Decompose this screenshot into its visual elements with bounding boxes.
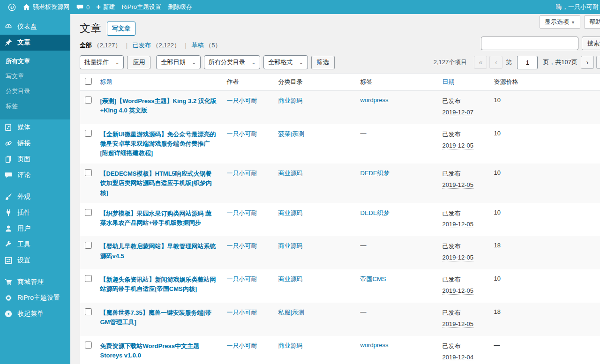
post-title-link[interactable]: 【魔兽世界7.35】魔兽一键安装服务端[带GM管理工具] (100, 309, 212, 326)
author-link[interactable]: 一只小可耐 (227, 342, 257, 349)
submenu-new-post[interactable]: 写文章 (0, 69, 70, 84)
ripro-theme-settings-link[interactable]: RiPro主题设置 (119, 0, 165, 14)
sidebar-item-tools[interactable]: 工具 (0, 237, 70, 253)
post-status: 已发布 (442, 309, 461, 316)
sidebar-item-appearance[interactable]: 外观 (0, 189, 70, 205)
screen-options-button[interactable]: 显示选项▼ (540, 15, 580, 29)
post-title-link[interactable]: 【DEDECMS模板】HTML5响应式火锅餐饮加盟店类网站源码自适应手机版[织梦… (100, 170, 212, 196)
help-button[interactable]: 帮助 (584, 15, 600, 29)
new-content-button[interactable]: + 新建 (93, 0, 118, 14)
sidebar-item-comments[interactable]: 评论 (0, 167, 70, 183)
user-greeting[interactable]: 嗨，一只小可耐 (553, 0, 600, 14)
post-title-link[interactable]: 【婴幼儿早教启蒙网站】早教管理网站系统源码v4.5 (100, 243, 216, 259)
no-tags-dash: — (360, 130, 367, 137)
current-page-input[interactable] (517, 56, 538, 69)
category-link[interactable]: 商业源码 (278, 275, 303, 282)
author-link[interactable]: 一只小可耐 (227, 97, 257, 104)
sidebar-item-shop-manage[interactable]: 商城管理 (0, 274, 70, 290)
pushpin-icon (4, 38, 13, 47)
column-header-tags: 标签 (356, 74, 438, 91)
sidebar-item-plugins[interactable]: 插件 (0, 205, 70, 221)
sidebar-item-media[interactable]: 媒体 (0, 119, 70, 135)
comments-count: 0 (86, 4, 90, 11)
clear-cache-label: 删除缓存 (168, 3, 192, 11)
row-checkbox[interactable] (85, 97, 92, 104)
sidebar-item-ripro-settings[interactable]: RiPro主题设置 (0, 290, 70, 306)
last-page-button[interactable]: » (596, 56, 600, 69)
category-link[interactable]: 私服|亲测 (278, 309, 304, 316)
view-draft-link[interactable]: 草稿 (192, 42, 204, 49)
post-title-link[interactable]: 【新趣头条资讯站】新闻游戏娱乐类整站网站源码带手机自适应[帝国CMS内核] (100, 276, 216, 292)
post-date: 2019-12-05 (442, 142, 474, 149)
category-link[interactable]: 商业源码 (278, 209, 303, 216)
search-posts-button[interactable]: 搜索文章 (582, 37, 600, 50)
author-link[interactable]: 一只小可耐 (227, 309, 257, 316)
wordpress-logo-icon[interactable] (5, 0, 19, 14)
row-checkbox[interactable] (85, 130, 92, 137)
submenu-tags[interactable]: 标签 (0, 99, 70, 114)
submenu-categories[interactable]: 分类目录 (0, 84, 70, 99)
row-checkbox[interactable] (85, 169, 92, 176)
comments-bubble[interactable]: 0 (73, 0, 93, 14)
post-status: 已发布 (442, 170, 461, 177)
post-title-link[interactable]: 【全新UI微星游戏源码】免公众号最漂亮的微星安卓苹果双端游戏服务端免付费推广[附… (100, 131, 216, 156)
row-checkbox[interactable] (85, 275, 92, 282)
row-checkbox[interactable] (85, 242, 92, 249)
link-icon (4, 139, 13, 148)
post-date: 2019-12-05 (442, 287, 474, 295)
search-input[interactable] (481, 37, 578, 50)
sidebar-item-pages[interactable]: 页面 (0, 151, 70, 167)
sidebar-item-posts[interactable]: 文章 (0, 35, 70, 51)
apply-button[interactable]: 应用 (127, 56, 150, 69)
site-name-link[interactable]: 骚老板资源网 (19, 0, 73, 14)
category-link[interactable]: 商业源码 (278, 342, 303, 349)
format-filter-select[interactable]: 全部格式⌄ (263, 55, 308, 69)
tag-link[interactable]: wordpress (360, 342, 389, 349)
no-tags-dash: — (360, 242, 367, 249)
bulk-actions-select[interactable]: 批量操作⌄ (80, 55, 124, 69)
sidebar-item-dashboard[interactable]: 仪表盘 (0, 19, 70, 35)
submenu-all-posts[interactable]: 所有文章 (0, 54, 70, 69)
add-new-post-button[interactable]: 写文章 (107, 22, 135, 36)
column-header-date[interactable]: 日期 (442, 78, 455, 85)
category-link[interactable]: 菠菜|亲测 (278, 130, 304, 137)
author-link[interactable]: 一只小可耐 (227, 275, 257, 282)
author-link[interactable]: 一只小可耐 (227, 130, 257, 137)
posts-table: 标题 作者 分类目录 标签 日期 资源价格 [亲测]【WordPress主题】K… (80, 73, 600, 364)
view-all-link[interactable]: 全部 (80, 42, 92, 49)
author-link[interactable]: 一只小可耐 (227, 209, 257, 216)
tag-link[interactable]: DEDE织梦 (360, 209, 390, 216)
tag-link[interactable]: 帝国CMS (360, 275, 386, 282)
row-checkbox[interactable] (85, 209, 92, 216)
prev-page-button: ‹ (489, 56, 502, 69)
post-title-link[interactable]: [亲测]【WordPress主题】King 3.2 汉化版+King 4.0 英… (100, 97, 217, 114)
post-title-link[interactable]: 【织梦模板】果园水果订购类网站源码 蔬菜水果农产品网站+带手机版数据同步 (100, 210, 212, 226)
sidebar-item-settings[interactable]: 设置 (0, 253, 70, 268)
author-link[interactable]: 一只小可耐 (227, 242, 257, 249)
post-date: 2019-12-05 (442, 320, 474, 328)
category-link[interactable]: 商业源码 (278, 242, 303, 249)
format-filter-label: 全部格式 (268, 58, 292, 67)
main-content: 显示选项▼ 帮助 文章 写文章 全部 （2,127） | 已发布 （2,122）… (70, 14, 600, 364)
sidebar-item-links[interactable]: 链接 (0, 135, 70, 151)
author-link[interactable]: 一只小可耐 (227, 170, 257, 177)
row-checkbox[interactable] (85, 308, 92, 315)
category-link[interactable]: 商业源码 (278, 97, 303, 104)
sidebar-item-collapse-menu[interactable]: 收起菜单 (0, 306, 70, 322)
filter-button[interactable]: 筛选 (311, 56, 335, 69)
clear-cache-link[interactable]: 删除缓存 (165, 0, 195, 14)
column-header-title[interactable]: 标题 (100, 78, 112, 85)
admin-sidebar: 仪表盘 文章 所有文章 写文章 分类目录 标签 媒体 链接 页面 评论 (0, 14, 70, 364)
row-checkbox[interactable] (85, 342, 92, 349)
tag-link[interactable]: DEDE织梦 (360, 170, 390, 177)
category-link[interactable]: 商业源码 (278, 170, 303, 177)
category-filter-select[interactable]: 所有分类目录⌄ (204, 55, 260, 69)
next-page-button[interactable]: › (581, 56, 594, 69)
post-title-link[interactable]: 免费资源下载站WordPress中文主题 Storeys v1.0.0 (100, 342, 199, 359)
tag-link[interactable]: wordpress (360, 97, 389, 104)
select-all-checkbox[interactable] (85, 78, 92, 85)
sidebar-item-users[interactable]: 用户 (0, 221, 70, 237)
view-published-link[interactable]: 已发布 (133, 42, 151, 49)
table-row: 【DEDECMS模板】HTML5响应式火锅餐饮加盟店类网站源码自适应手机版[织梦… (80, 163, 600, 203)
date-filter-select[interactable]: 全部日期⌄ (156, 55, 200, 69)
